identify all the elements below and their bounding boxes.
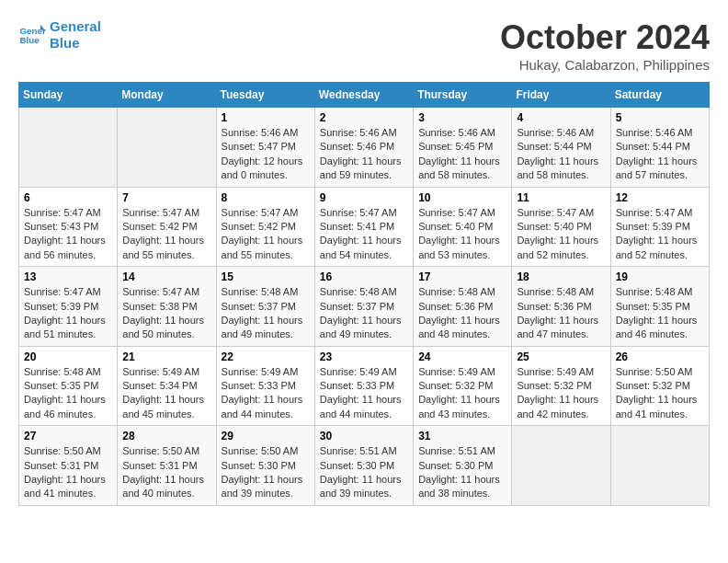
calendar-cell: 21Sunrise: 5:49 AMSunset: 5:34 PMDayligh… <box>118 346 216 426</box>
day-number: 15 <box>222 270 310 283</box>
day-detail: Sunrise: 5:46 AMSunset: 5:45 PMDaylight:… <box>418 126 506 183</box>
day-number: 20 <box>24 350 112 363</box>
calendar-cell: 11Sunrise: 5:47 AMSunset: 5:40 PMDayligh… <box>512 187 610 267</box>
calendar-cell: 28Sunrise: 5:50 AMSunset: 5:31 PMDayligh… <box>118 426 216 506</box>
calendar-cell: 29Sunrise: 5:50 AMSunset: 5:30 PMDayligh… <box>216 426 314 506</box>
calendar-cell <box>118 108 216 188</box>
day-number: 12 <box>616 191 704 204</box>
calendar-cell: 16Sunrise: 5:48 AMSunset: 5:37 PMDayligh… <box>314 267 413 347</box>
day-of-week-header: Tuesday <box>216 83 314 108</box>
day-number: 9 <box>320 191 408 204</box>
day-number: 11 <box>517 191 605 204</box>
day-detail: Sunrise: 5:47 AMSunset: 5:39 PMDaylight:… <box>616 206 704 263</box>
calendar-cell <box>512 426 610 506</box>
day-detail: Sunrise: 5:48 AMSunset: 5:36 PMDaylight:… <box>517 285 605 342</box>
calendar-cell: 15Sunrise: 5:48 AMSunset: 5:37 PMDayligh… <box>216 267 314 347</box>
calendar-cell: 25Sunrise: 5:49 AMSunset: 5:32 PMDayligh… <box>512 346 610 426</box>
day-detail: Sunrise: 5:46 AMSunset: 5:46 PMDaylight:… <box>320 126 408 183</box>
day-detail: Sunrise: 5:49 AMSunset: 5:32 PMDaylight:… <box>517 365 605 422</box>
calendar-cell: 2Sunrise: 5:46 AMSunset: 5:46 PMDaylight… <box>314 108 413 188</box>
day-detail: Sunrise: 5:47 AMSunset: 5:43 PMDaylight:… <box>24 206 112 263</box>
day-number: 17 <box>418 270 506 283</box>
day-detail: Sunrise: 5:49 AMSunset: 5:33 PMDaylight:… <box>320 365 408 422</box>
day-number: 1 <box>222 111 310 124</box>
calendar-cell: 13Sunrise: 5:47 AMSunset: 5:39 PMDayligh… <box>19 267 118 347</box>
calendar-cell: 31Sunrise: 5:51 AMSunset: 5:30 PMDayligh… <box>414 426 512 506</box>
day-detail: Sunrise: 5:47 AMSunset: 5:39 PMDaylight:… <box>24 285 112 342</box>
day-detail: Sunrise: 5:47 AMSunset: 5:40 PMDaylight:… <box>517 206 605 263</box>
day-number: 27 <box>24 430 112 442</box>
day-detail: Sunrise: 5:48 AMSunset: 5:35 PMDaylight:… <box>24 365 112 422</box>
calendar-body: 1Sunrise: 5:46 AMSunset: 5:47 PMDaylight… <box>19 108 710 506</box>
calendar-cell: 8Sunrise: 5:47 AMSunset: 5:42 PMDaylight… <box>216 187 314 267</box>
location-title: Hukay, Calabarzon, Philippines <box>500 57 710 73</box>
logo-icon: General Blue <box>18 21 46 49</box>
calendar-cell: 5Sunrise: 5:46 AMSunset: 5:44 PMDaylight… <box>610 108 709 188</box>
day-number: 30 <box>320 430 408 442</box>
calendar-week-row: 20Sunrise: 5:48 AMSunset: 5:35 PMDayligh… <box>19 346 710 426</box>
day-number: 22 <box>222 350 310 363</box>
calendar-cell: 10Sunrise: 5:47 AMSunset: 5:40 PMDayligh… <box>414 187 512 267</box>
day-number: 13 <box>24 270 112 283</box>
day-number: 3 <box>418 111 506 124</box>
calendar-cell: 24Sunrise: 5:49 AMSunset: 5:32 PMDayligh… <box>414 346 512 426</box>
calendar-week-row: 6Sunrise: 5:47 AMSunset: 5:43 PMDaylight… <box>19 187 710 267</box>
day-detail: Sunrise: 5:50 AMSunset: 5:31 PMDaylight:… <box>24 444 112 501</box>
day-number: 4 <box>517 111 605 124</box>
day-detail: Sunrise: 5:48 AMSunset: 5:35 PMDaylight:… <box>616 285 704 342</box>
calendar-cell: 20Sunrise: 5:48 AMSunset: 5:35 PMDayligh… <box>19 346 118 426</box>
day-number: 6 <box>24 191 112 204</box>
logo: General Blue General Blue <box>18 18 101 52</box>
day-number: 23 <box>320 350 408 363</box>
day-detail: Sunrise: 5:49 AMSunset: 5:34 PMDaylight:… <box>122 365 210 422</box>
day-detail: Sunrise: 5:48 AMSunset: 5:37 PMDaylight:… <box>222 285 310 342</box>
day-detail: Sunrise: 5:50 AMSunset: 5:30 PMDaylight:… <box>222 444 310 501</box>
day-detail: Sunrise: 5:46 AMSunset: 5:47 PMDaylight:… <box>222 126 310 183</box>
day-detail: Sunrise: 5:47 AMSunset: 5:41 PMDaylight:… <box>320 206 408 263</box>
calendar-cell: 1Sunrise: 5:46 AMSunset: 5:47 PMDaylight… <box>216 108 314 188</box>
day-of-week-header: Saturday <box>610 83 709 108</box>
title-block: October 2024 Hukay, Calabarzon, Philippi… <box>500 18 710 73</box>
day-number: 24 <box>418 350 506 363</box>
day-of-week-header: Sunday <box>19 83 118 108</box>
day-number: 19 <box>616 270 704 283</box>
calendar-table: SundayMondayTuesdayWednesdayThursdayFrid… <box>18 82 710 506</box>
day-number: 8 <box>222 191 310 204</box>
logo-line2: Blue <box>50 35 101 52</box>
calendar-cell: 22Sunrise: 5:49 AMSunset: 5:33 PMDayligh… <box>216 346 314 426</box>
day-of-week-header: Friday <box>512 83 610 108</box>
calendar-cell: 7Sunrise: 5:47 AMSunset: 5:42 PMDaylight… <box>118 187 216 267</box>
calendar-cell: 17Sunrise: 5:48 AMSunset: 5:36 PMDayligh… <box>414 267 512 347</box>
day-of-week-header: Wednesday <box>314 83 413 108</box>
day-number: 18 <box>517 270 605 283</box>
calendar-cell: 27Sunrise: 5:50 AMSunset: 5:31 PMDayligh… <box>19 426 118 506</box>
day-detail: Sunrise: 5:47 AMSunset: 5:42 PMDaylight:… <box>122 206 210 263</box>
day-of-week-header: Thursday <box>414 83 512 108</box>
month-title: October 2024 <box>500 18 710 57</box>
day-number: 16 <box>320 270 408 283</box>
logo-line1: General <box>50 18 101 35</box>
calendar-cell: 18Sunrise: 5:48 AMSunset: 5:36 PMDayligh… <box>512 267 610 347</box>
day-number: 31 <box>418 430 506 442</box>
calendar-cell: 26Sunrise: 5:50 AMSunset: 5:32 PMDayligh… <box>610 346 709 426</box>
calendar-cell: 6Sunrise: 5:47 AMSunset: 5:43 PMDaylight… <box>19 187 118 267</box>
day-number: 26 <box>616 350 704 363</box>
day-detail: Sunrise: 5:50 AMSunset: 5:31 PMDaylight:… <box>122 444 210 501</box>
day-number: 25 <box>517 350 605 363</box>
day-detail: Sunrise: 5:51 AMSunset: 5:30 PMDaylight:… <box>418 444 506 501</box>
day-number: 10 <box>418 191 506 204</box>
day-detail: Sunrise: 5:48 AMSunset: 5:37 PMDaylight:… <box>320 285 408 342</box>
calendar-week-row: 27Sunrise: 5:50 AMSunset: 5:31 PMDayligh… <box>19 426 710 506</box>
day-number: 14 <box>122 270 210 283</box>
day-detail: Sunrise: 5:51 AMSunset: 5:30 PMDaylight:… <box>320 444 408 501</box>
calendar-header-row: SundayMondayTuesdayWednesdayThursdayFrid… <box>19 83 710 108</box>
day-detail: Sunrise: 5:47 AMSunset: 5:40 PMDaylight:… <box>418 206 506 263</box>
calendar-cell: 14Sunrise: 5:47 AMSunset: 5:38 PMDayligh… <box>118 267 216 347</box>
calendar-cell: 23Sunrise: 5:49 AMSunset: 5:33 PMDayligh… <box>314 346 413 426</box>
day-detail: Sunrise: 5:46 AMSunset: 5:44 PMDaylight:… <box>616 126 704 183</box>
day-detail: Sunrise: 5:49 AMSunset: 5:33 PMDaylight:… <box>222 365 310 422</box>
day-number: 28 <box>122 430 210 442</box>
day-number: 2 <box>320 111 408 124</box>
day-detail: Sunrise: 5:49 AMSunset: 5:32 PMDaylight:… <box>418 365 506 422</box>
calendar-cell <box>19 108 118 188</box>
